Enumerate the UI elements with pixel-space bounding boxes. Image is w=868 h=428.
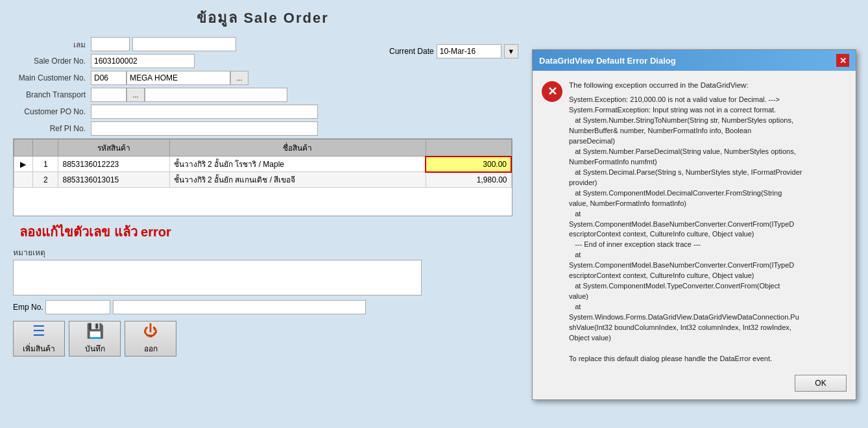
dialog-body: ✕ The following exception occurred in th… [533, 71, 856, 371]
current-date-dropdown-btn[interactable]: ▼ [504, 44, 518, 58]
exit-icon: ⏻ [143, 323, 158, 340]
emp-no-label: Emp No. [13, 303, 45, 312]
ref-pi-input[interactable] [91, 121, 318, 136]
ok-button[interactable]: OK [795, 375, 847, 392]
emp-no-input1[interactable] [45, 300, 110, 314]
customer-po-row: Customer PO No. [13, 105, 512, 119]
dialog-close-button[interactable]: ✕ [836, 54, 849, 67]
exit-button[interactable]: ⏻ ออก [125, 321, 176, 357]
branch-transport-dots-btn[interactable]: ... [127, 88, 145, 102]
data-table: รหัสสินค้า ชื่อสินค้า ▶ 1 8853136012223 … [14, 139, 512, 188]
page-title: ข้อมูล Sale Order [13, 6, 512, 29]
main-customer-dots-btn[interactable]: ... [230, 71, 248, 85]
lem-input2[interactable] [132, 37, 236, 51]
branch-transport-label: Branch Transport [13, 90, 91, 99]
table-row[interactable]: 2 8853136013015 ชั้นวางกิริ 2 อั้นยัก สแ… [14, 172, 512, 188]
exit-label: ออก [144, 342, 158, 355]
col-value-header [426, 140, 511, 157]
dialog-message: The following exception occurred in the … [569, 80, 847, 364]
row2-name: ชั้นวางกิริ 2 อั้นยัก สแกนเดิช / สีเขอจี [169, 172, 426, 188]
branch-transport-name-input[interactable] [145, 88, 287, 102]
error-dialog: DataGridView Default Error Dialog ✕ ✕ Th… [532, 49, 856, 400]
table-row[interactable]: ▶ 1 8853136012223 ชั้นวางกิริ 2 อั้นยัก … [14, 157, 512, 172]
error-inline-text: ลองแก้ไขตัวเลข แล้ว error [19, 221, 512, 242]
current-date-input[interactable] [437, 44, 501, 58]
sale-order-input[interactable] [91, 54, 195, 68]
dialog-stack-trace: System.Exception: 210,000.00 is not a va… [569, 95, 847, 364]
row2-value[interactable]: 1,980.00 [426, 172, 511, 188]
save-button[interactable]: 💾 บันทึก [69, 321, 121, 357]
main-form: ข้อมูล Sale Order เลม Sale Order No. Mai… [0, 0, 525, 428]
row2-code: 8853136013015 [58, 172, 169, 188]
main-customer-group: ... [91, 71, 248, 85]
customer-po-label: Customer PO No. [13, 107, 91, 116]
col-num [32, 140, 58, 157]
dialog-title: DataGridView Default Error Dialog [539, 56, 676, 66]
main-customer-label: Main Customer No. [13, 73, 91, 82]
row1-code: 8853136012223 [58, 157, 169, 172]
current-date-area: Current Date ▼ [389, 44, 518, 58]
col-name-header: ชื่อสินค้า [169, 140, 426, 157]
row2-arrow [14, 172, 33, 188]
col-code-header: รหัสสินค้า [58, 140, 169, 157]
ref-pi-label: Ref PI No. [13, 124, 91, 133]
row2-num: 2 [32, 172, 58, 188]
data-table-container: รหัสสินค้า ชื่อสินค้า ▶ 1 8853136012223 … [13, 138, 512, 216]
row1-value[interactable]: 300.00 [426, 157, 511, 172]
error-dialog-icon: ✕ [542, 81, 562, 102]
save-label: บันทึก [85, 342, 105, 355]
dialog-footer: OK [533, 371, 856, 399]
customer-po-input[interactable] [91, 105, 318, 119]
row1-name: ชั้นวางกิริ 2 อั้นยัก โรชาริ / Maple [169, 157, 426, 172]
add-product-button[interactable]: ☰ เพิ่มสินค้า [13, 321, 65, 357]
row1-num: 1 [32, 157, 58, 172]
lem-input1[interactable] [91, 37, 130, 51]
save-icon: 💾 [86, 323, 104, 340]
add-icon: ☰ [32, 323, 45, 340]
ref-pi-row: Ref PI No. [13, 121, 512, 136]
emp-row: Emp No. [13, 300, 512, 314]
remark-textarea[interactable] [13, 260, 422, 296]
dialog-titlebar: DataGridView Default Error Dialog ✕ [533, 50, 856, 71]
dialog-message-line1: The following exception occurred in the … [569, 80, 847, 91]
branch-transport-row: Branch Transport ... [13, 88, 512, 102]
current-date-label: Current Date [389, 47, 434, 56]
col-arrow [14, 140, 33, 157]
remark-label: หมายเหตุ [13, 246, 512, 258]
row1-arrow: ▶ [14, 157, 33, 172]
add-label: เพิ่มสินค้า [23, 342, 55, 355]
sale-order-label: Sale Order No. [13, 57, 91, 66]
main-customer-row: Main Customer No. ... [13, 71, 512, 85]
main-customer-code-input[interactable] [91, 71, 127, 85]
main-customer-name-input[interactable] [127, 71, 230, 85]
emp-no-input2[interactable] [113, 300, 366, 314]
branch-transport-input[interactable] [91, 88, 127, 102]
lem-label: เลม [13, 38, 91, 51]
bottom-buttons: ☰ เพิ่มสินค้า 💾 บันทึก ⏻ ออก [13, 321, 512, 357]
